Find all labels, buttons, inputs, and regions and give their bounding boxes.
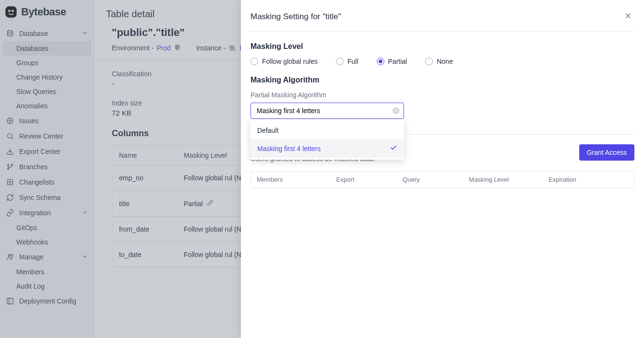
- radio-icon: [250, 58, 258, 65]
- th-export: Export: [336, 176, 403, 183]
- radio-follow-global[interactable]: Follow global rules: [250, 58, 318, 65]
- access-table: Members Export Query Masking Level Expir…: [250, 171, 634, 188]
- masking-level-heading: Masking Level: [250, 42, 634, 51]
- dropdown-option-default[interactable]: Default: [250, 122, 404, 139]
- masking-level-radios: Follow global rules Full Partial None: [250, 58, 634, 65]
- radio-full[interactable]: Full: [336, 58, 358, 65]
- radio-icon: [425, 58, 433, 65]
- clear-icon[interactable]: ✕: [393, 107, 399, 114]
- dropdown-option-mask4[interactable]: Masking first 4 letters: [250, 139, 404, 158]
- algorithm-sublabel: Partial Masking Algorithm: [250, 91, 634, 99]
- th-query: Query: [403, 176, 469, 183]
- algorithm-select[interactable]: ✕ Default Masking first 4 letters: [250, 103, 404, 119]
- radio-icon: [336, 58, 344, 65]
- algorithm-heading: Masking Algorithm: [250, 76, 634, 84]
- radio-none[interactable]: None: [425, 58, 453, 65]
- grant-access-button[interactable]: Grant Access: [579, 144, 634, 161]
- radio-partial[interactable]: Partial: [377, 58, 407, 65]
- th-expiration: Expiration: [549, 176, 628, 183]
- th-masking-level: Masking Level: [469, 176, 549, 183]
- check-icon: [390, 144, 397, 153]
- close-button[interactable]: [622, 10, 634, 23]
- algorithm-input[interactable]: [250, 103, 404, 119]
- algorithm-dropdown: Default Masking first 4 letters: [250, 120, 404, 160]
- radio-icon: [377, 58, 384, 65]
- masking-settings-drawer: Masking Setting for "title" Masking Leve…: [241, 0, 644, 338]
- th-members: Members: [257, 176, 336, 183]
- drawer-title: Masking Setting for "title": [250, 12, 341, 22]
